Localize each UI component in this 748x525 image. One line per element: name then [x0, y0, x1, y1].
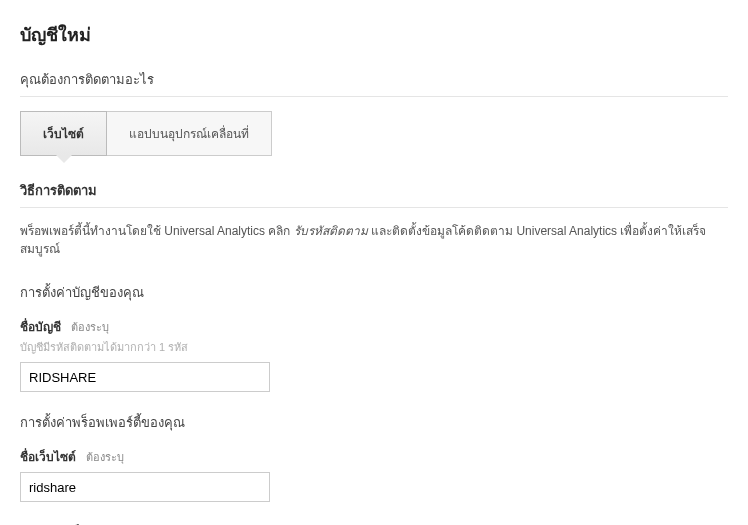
account-name-label: ชื่อบัญชี — [20, 320, 61, 334]
desc-text-before: พร็อพเพอร์ตี้นี้ทำงานโดยใช้ Universal An… — [20, 224, 290, 238]
account-name-hint: บัญชีมีรหัสติดตามได้มากกว่า 1 รหัส — [20, 338, 728, 356]
divider — [20, 207, 728, 208]
website-name-field: ชื่อเว็บไซต์ ต้องระบุ — [20, 447, 728, 502]
tracking-method-description: พร็อพเพอร์ตี้นี้ทำงานโดยใช้ Universal An… — [20, 222, 728, 258]
property-setup-heading: การตั้งค่าพร็อพเพอร์ตี้ของคุณ — [20, 412, 728, 433]
tracking-type-tabs: เว็บไซต์ แอปบนอุปกรณ์เคลื่อนที่ — [20, 111, 728, 156]
account-setup-heading: การตั้งค่าบัญชีของคุณ — [20, 282, 728, 303]
tab-website[interactable]: เว็บไซต์ — [20, 111, 107, 156]
account-name-field: ชื่อบัญชี ต้องระบุ บัญชีมีรหัสติดตามได้ม… — [20, 317, 728, 392]
website-name-input[interactable] — [20, 472, 270, 502]
desc-emphasis: รับรหัสติดตาม — [294, 224, 368, 238]
track-prompt: คุณต้องการติดตามอะไร — [20, 69, 728, 90]
divider — [20, 96, 728, 97]
required-tag: ต้องระบุ — [86, 451, 124, 463]
website-name-label: ชื่อเว็บไซต์ — [20, 450, 76, 464]
tab-mobile-app[interactable]: แอปบนอุปกรณ์เคลื่อนที่ — [107, 111, 272, 156]
tracking-method-heading: วิธีการติดตาม — [20, 180, 728, 201]
page-title: บัญชีใหม่ — [20, 20, 728, 49]
required-tag: ต้องระบุ — [71, 321, 109, 333]
account-name-input[interactable] — [20, 362, 270, 392]
